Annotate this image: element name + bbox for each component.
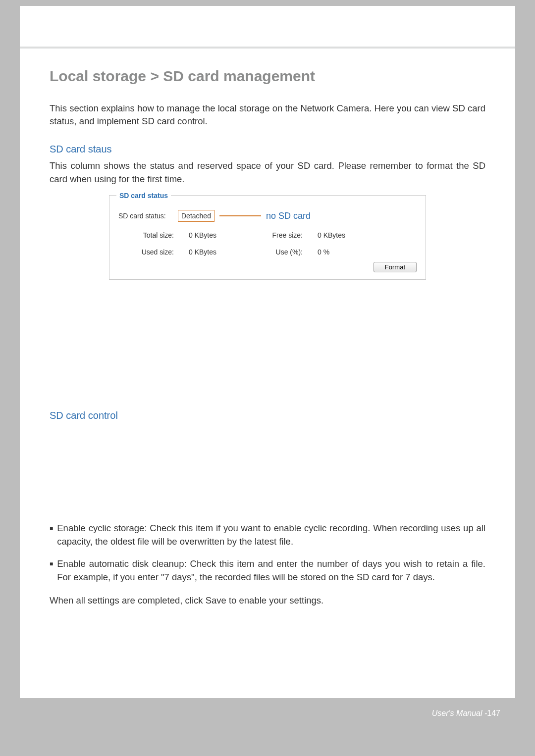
bullet-icon: ■ xyxy=(50,557,53,584)
used-size-value: 0 KBytes xyxy=(178,247,237,257)
bullet-text: Enable automatic disk cleanup: Check thi… xyxy=(57,557,485,584)
page-footer: User's Manual - 147 xyxy=(20,698,515,729)
free-size-label: Free size: xyxy=(237,230,307,240)
bullet-icon: ■ xyxy=(50,522,53,549)
bullet-list: ■ Enable cyclic storage: Check this item… xyxy=(50,522,485,584)
list-item: ■ Enable automatic disk cleanup: Check t… xyxy=(50,557,485,584)
sd-status-description: This column shows the status and reserve… xyxy=(50,159,485,186)
intro-paragraph: This section explains how to manage the … xyxy=(50,102,485,129)
status-value: Detached xyxy=(178,210,214,222)
closing-paragraph: When all settings are completed, click S… xyxy=(50,594,485,607)
section-heading-sd-status: SD card staus xyxy=(50,142,485,156)
use-pct-label: Use (%): xyxy=(237,247,307,257)
total-size-value: 0 KBytes xyxy=(178,230,237,240)
footer-page-number: 147 xyxy=(487,709,500,718)
format-button[interactable]: Format xyxy=(374,262,417,272)
use-pct-value: 0 % xyxy=(307,247,366,257)
status-annotation: no SD card xyxy=(266,209,311,222)
panel-legend: SD card status xyxy=(116,191,171,201)
sd-card-status-panel: SD card status SD card status: Detached … xyxy=(109,195,426,280)
list-item: ■ Enable cyclic storage: Check this item… xyxy=(50,522,485,549)
page-content: Local storage > SD card management This … xyxy=(20,49,515,698)
footer-label: User's Manual - xyxy=(432,709,487,718)
page-header xyxy=(20,6,515,49)
section-heading-sd-control: SD card control xyxy=(50,408,485,423)
total-size-label: Total size: xyxy=(118,230,178,240)
annotation-connector xyxy=(219,215,261,216)
page-title: Local storage > SD card management xyxy=(50,65,485,87)
status-label: SD card status: xyxy=(118,211,174,221)
used-size-label: Used size: xyxy=(118,247,178,257)
document-page: Local storage > SD card management This … xyxy=(20,6,515,729)
free-size-value: 0 KBytes xyxy=(307,230,366,240)
bullet-text: Enable cyclic storage: Check this item i… xyxy=(57,522,485,549)
